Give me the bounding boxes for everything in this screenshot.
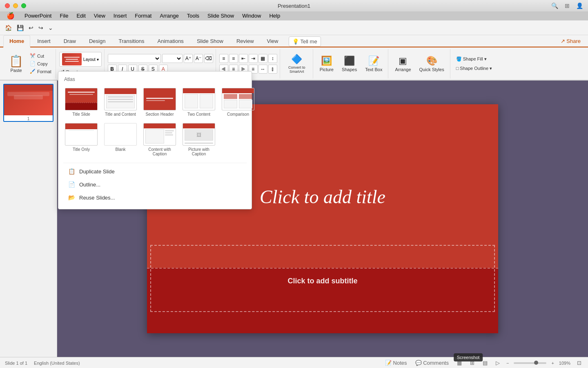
close-button[interactable] <box>5 3 10 8</box>
quick-styles-button[interactable]: 🎨 Quick Styles <box>416 54 448 74</box>
tab-draw[interactable]: Draw <box>58 35 82 47</box>
menu-format[interactable]: Format <box>131 11 155 20</box>
menu-window[interactable]: Window <box>239 11 264 20</box>
tab-design[interactable]: Design <box>83 35 111 47</box>
fit-window-button[interactable]: ⊡ <box>575 359 583 367</box>
font-size-decrease[interactable]: A⁻ <box>194 54 203 63</box>
zoom-minus[interactable]: − <box>506 361 509 366</box>
comments-button[interactable]: 💬 Comments <box>414 359 450 367</box>
maximize-button[interactable] <box>21 3 26 8</box>
home-icon[interactable]: 🏠 <box>3 24 13 32</box>
clipboard-group: 📋 Paste ✂️ Cut 📄 Copy 🖌️ Format <box>3 49 56 79</box>
font-family-select[interactable] <box>108 54 161 63</box>
tab-slideshow[interactable]: Slide Show <box>191 35 229 47</box>
font-size-increase[interactable]: A⁺ <box>184 54 193 63</box>
tab-home[interactable]: Home <box>3 35 30 47</box>
clear-format-button[interactable]: ⌫ <box>204 54 213 63</box>
view-presenter-button[interactable]: ▷ <box>494 359 501 367</box>
picture-icon: 🖼️ <box>321 56 332 66</box>
tell-me-button[interactable]: 💡 Tell me <box>289 36 321 47</box>
search-icon[interactable]: 🔍 <box>551 2 558 9</box>
paste-button[interactable]: 📋 Paste <box>6 53 27 74</box>
layout-blank[interactable]: Blank <box>102 121 138 158</box>
menu-powerpoint[interactable]: PowerPoint <box>21 11 55 20</box>
decrease-indent[interactable]: ⇤ <box>239 54 248 63</box>
arrange-button[interactable]: ▣ Arrange <box>392 54 414 74</box>
shape-fill-dropdown[interactable]: ▾ <box>484 56 487 62</box>
tab-insert[interactable]: Insert <box>31 35 57 47</box>
zoom-level[interactable]: 109% <box>559 361 570 366</box>
shape-fill-button[interactable]: 🪣 Shape Fill ▾ <box>454 55 494 63</box>
picture-button[interactable]: 🖼️ Picture <box>316 54 337 74</box>
line-spacing[interactable]: ↕ <box>268 54 277 63</box>
apple-menu[interactable]: 🍎 <box>3 11 18 20</box>
layout-comparison[interactable]: Comparison <box>220 86 256 118</box>
control-center-icon[interactable]: ⊞ <box>565 2 570 9</box>
layout-thumb-blank <box>104 123 137 146</box>
layout-content-caption[interactable]: Content with Caption <box>142 121 178 158</box>
format-button[interactable]: 🖌️ Format <box>28 68 53 75</box>
slide-subtitle-area[interactable]: Click to add subtitle <box>147 268 498 333</box>
increase-indent[interactable]: ⇥ <box>249 54 258 63</box>
reuse-label: Reuse Slides... <box>79 195 115 201</box>
minimize-button[interactable] <box>13 3 18 8</box>
shape-outline-dropdown[interactable]: ▾ <box>490 66 492 71</box>
layout-two-content[interactable]: Two Content <box>181 86 217 118</box>
menu-help[interactable]: Help <box>266 11 283 20</box>
menu-insert[interactable]: Insert <box>110 11 130 20</box>
view-normal-button[interactable]: ▦ <box>455 359 463 367</box>
slides-panel: 1 <box>0 81 57 357</box>
view-reading-button[interactable]: ▤ <box>481 359 489 367</box>
menu-arrange[interactable]: Arrange <box>156 11 182 20</box>
menu-slideshow[interactable]: Slide Show <box>204 11 237 20</box>
slide-thumbnail-1[interactable]: 1 <box>3 84 53 122</box>
outline-item[interactable]: 📄 Outline... <box>63 178 247 191</box>
shape-fill-label: Shape Fill <box>463 56 483 61</box>
tab-transitions[interactable]: Transitions <box>112 35 150 47</box>
tab-view[interactable]: View <box>261 35 285 47</box>
font-size-select[interactable] <box>162 54 183 63</box>
notes-button[interactable]: 📝 Notes <box>383 359 409 367</box>
menu-edit[interactable]: Edit <box>73 11 89 20</box>
textbox-button[interactable]: 📝 Text Box <box>362 54 385 74</box>
layout-label-title-content: Title and Content <box>105 112 136 117</box>
slide-title-placeholder[interactable]: Click to add title <box>260 186 385 208</box>
zoom-plus[interactable]: + <box>551 361 554 366</box>
text-direction[interactable]: ↔ <box>258 65 267 74</box>
layout-title-content[interactable]: Title and Content <box>102 86 138 118</box>
view-slide-sorter-button[interactable]: ⊞ <box>468 359 476 367</box>
layout-title-slide[interactable]: Title Slide <box>63 86 99 118</box>
layout-section-header[interactable]: Section Header <box>142 86 178 118</box>
menu-view[interactable]: View <box>91 11 109 20</box>
shapes-button[interactable]: ⬛ Shapes <box>339 54 360 74</box>
layout-title-only[interactable]: Title Only <box>63 121 99 158</box>
zoom-slider[interactable] <box>514 362 546 364</box>
user-icon[interactable]: 👤 <box>576 2 583 9</box>
new-slide-button[interactable]: Layout ▾ <box>59 52 102 67</box>
paste-label: Paste <box>10 68 22 73</box>
layout-label-comparison: Comparison <box>227 112 249 117</box>
save-icon[interactable]: 💾 <box>15 24 25 32</box>
text-align-vertical[interactable]: ⫿ <box>268 65 277 74</box>
titlebar-icons: 🔍 ⊞ 👤 <box>551 2 583 9</box>
copy-button[interactable]: 📄 Copy <box>28 60 53 67</box>
numbering-button[interactable]: ≡ <box>229 54 238 63</box>
duplicate-slide-item[interactable]: 📋 Duplicate Slide <box>63 165 247 178</box>
bullets-button[interactable]: ≡ <box>219 54 228 63</box>
customize-icon[interactable]: ⌄ <box>47 24 55 32</box>
menu-file[interactable]: File <box>56 11 71 20</box>
redo-icon[interactable]: ↪ <box>37 24 45 32</box>
cut-button[interactable]: ✂️ Cut <box>28 52 53 59</box>
tab-review[interactable]: Review <box>230 35 260 47</box>
layout-picture-caption[interactable]: 🖼 Picture with Caption <box>181 121 217 158</box>
menu-tools[interactable]: Tools <box>184 11 203 20</box>
convert-smartart-button[interactable]: 🔷 Convert to SmartArt <box>283 52 310 75</box>
share-button[interactable]: ↗ Share <box>557 36 585 47</box>
comments-icon: 💬 <box>415 360 422 366</box>
tab-animations[interactable]: Animations <box>151 35 190 47</box>
slide-subtitle-placeholder[interactable]: Click to add subtitle <box>287 277 357 285</box>
columns-button[interactable]: ▦ <box>258 54 267 63</box>
undo-icon[interactable]: ↩ <box>27 24 35 32</box>
reuse-slides-item[interactable]: 📂 Reuse Slides... <box>63 191 247 204</box>
shape-outline-button[interactable]: □ Shape Outline ▾ <box>454 65 494 72</box>
